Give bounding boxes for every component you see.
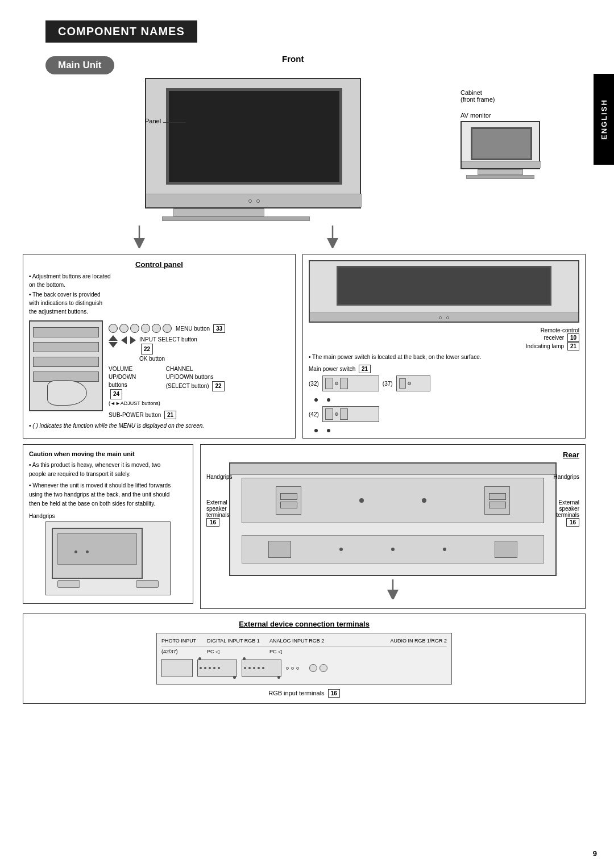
analog-input-label: ANALOG INPUT RGB 2 (269, 638, 338, 644)
switch-diagram-32 (322, 375, 379, 391)
speaker-terminal-right (484, 486, 510, 515)
section-header: COMPONENT NAMES (45, 20, 197, 43)
page-number: 9 (593, 849, 597, 858)
arrow-left (122, 226, 156, 248)
pin (253, 667, 255, 669)
num-32-label: (32) (309, 381, 319, 387)
right-rear-labels: Handgrips External speaker terminals 16 (553, 474, 579, 527)
rear-section: Rear (200, 444, 586, 609)
pin (204, 667, 206, 669)
btn3 (130, 324, 139, 333)
external-device-section: External device connection terminals PHO… (23, 614, 586, 704)
left-arrow-icon (121, 336, 127, 344)
bullet (314, 429, 318, 432)
pc2-label: PC ◁ (269, 649, 338, 654)
menu-button-label: MENU button (176, 326, 210, 332)
channel-label: CHANNEL UP/DOWN buttons (SELECT button) … (166, 365, 225, 407)
tv-base (162, 216, 310, 221)
menu-note: • ( ) indicates the function while the M… (29, 423, 289, 429)
english-language-tab: ENGLISH (594, 74, 614, 165)
btn5 (152, 324, 161, 333)
right-panel-section: Remote-control receiver 10 Indicating la… (302, 254, 586, 439)
av-monitor-base (466, 175, 534, 179)
pin (248, 667, 251, 669)
screw-dot (277, 676, 280, 679)
center-dot (359, 498, 364, 503)
bullet (314, 398, 318, 402)
speaker-terminal-left (276, 486, 301, 515)
btn4 (141, 324, 150, 333)
pin (258, 667, 260, 669)
pc1-label: PC ◁ (207, 649, 264, 654)
rear-title: Rear (206, 450, 579, 459)
num-42-label: (42) (309, 411, 319, 418)
sub-power-label: SUB-POWER button 21 (109, 411, 289, 419)
dot (446, 316, 449, 319)
center-dot (422, 498, 426, 503)
main-unit-badge: Main Unit (45, 56, 114, 74)
av-monitor-stand (478, 169, 523, 175)
btn6 (163, 324, 172, 333)
caution-text: • As this product is heavy, whenever it … (29, 461, 187, 508)
pin (244, 667, 246, 669)
audio-in-label: AUDIO IN RGB 1/RGR 2 (343, 638, 447, 644)
main-power-switch-label: Main power switch 21 (309, 365, 579, 373)
tv-stand (173, 208, 264, 216)
round-connector (296, 667, 299, 670)
rgb-terminals-label: RGB input terminals 16 (29, 689, 579, 698)
bullet (327, 398, 330, 402)
connector-row (161, 657, 447, 679)
control-panel-section: Control panel • Adjustment buttons are l… (23, 254, 296, 439)
caution-title: Caution when moving the main unit (29, 450, 187, 457)
photo-input-label: PHOTO INPUT (161, 638, 201, 644)
switch-diagram-42 (322, 406, 379, 422)
dot (86, 550, 89, 553)
tv-side-diagram (29, 320, 103, 411)
digital-input-label: DIGITAL INPUT RGB 1 (207, 638, 264, 644)
external-device-title: External device connection terminals (29, 620, 579, 628)
btn1 (109, 324, 118, 333)
av-monitor-diagram (460, 121, 540, 169)
panel-label: Panel (145, 118, 161, 124)
up-arrow-icon (109, 335, 118, 341)
menu-num-badge: 33 (213, 324, 225, 333)
cabinet-label: Cabinet(front frame) (460, 89, 586, 103)
right-arrow-icon (130, 336, 136, 344)
front-label: Front (114, 54, 472, 64)
screw-dot (233, 676, 236, 679)
dot (74, 550, 77, 553)
control-panel-title: Control panel (29, 260, 289, 269)
screw-dot (243, 657, 246, 660)
bullet (327, 429, 330, 432)
dot (339, 548, 343, 551)
num-37-label: (37) (383, 381, 393, 387)
dot (439, 316, 442, 319)
pin (262, 667, 264, 669)
av-monitor-label: AV monitor (460, 112, 586, 119)
ext-panel-diagram: PHOTO INPUT DIGITAL INPUT RGB 1 ANALOG I… (156, 633, 452, 685)
tv-lifting-diagram (45, 521, 171, 595)
dot (443, 548, 446, 551)
tv-dot (248, 199, 252, 203)
remote-control-label: Remote-control receiver 10 Indicating la… (526, 327, 579, 350)
pin (213, 667, 215, 669)
rear-tv-diagram (229, 462, 557, 576)
audio-connector (309, 664, 317, 672)
left-rear-labels: Handgrips External speaker terminals 16 (206, 474, 233, 527)
pin (209, 667, 211, 669)
audio-connector (320, 664, 327, 672)
tv-dot (256, 199, 260, 203)
pin (200, 667, 202, 669)
volume-label: VOLUME UP/DOWN buttons 24 (◄►ADJUST butt… (109, 365, 160, 407)
btn2 (119, 324, 128, 333)
rear-connectors-row (242, 535, 544, 564)
main-power-note: • The main power switch is located at th… (309, 353, 579, 361)
arrow-down-rear (379, 579, 407, 599)
caution-section: Caution when moving the main unit • As t… (23, 444, 193, 604)
round-connector (286, 667, 289, 670)
handgrips-label: Handgrips (29, 513, 187, 519)
round-connector (291, 667, 294, 670)
control-panel-notes: • Adjustment buttons are located on the … (29, 272, 289, 316)
tv-front-partial-diagram (309, 260, 579, 323)
arrow-right (316, 226, 350, 248)
